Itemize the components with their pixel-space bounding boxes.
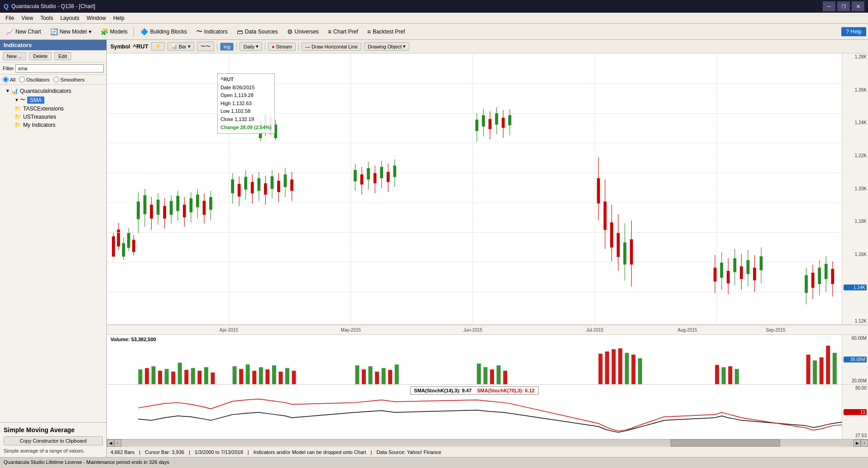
status-sep-2: | <box>189 449 190 455</box>
menu-layouts[interactable]: Layouts <box>57 14 83 22</box>
new-chart-button[interactable]: 📈 New Chart <box>2 26 45 37</box>
models-button[interactable]: 🧩 Models <box>96 26 132 37</box>
restore-button[interactable]: ❐ <box>837 1 850 11</box>
scroll-track[interactable] <box>121 439 854 447</box>
menu-help[interactable]: Help <box>110 14 128 22</box>
drawing-object-button[interactable]: Drawing Object ▾ <box>364 42 409 51</box>
svg-rect-106 <box>727 271 730 284</box>
svg-rect-36 <box>189 198 192 212</box>
scroll-right2-button[interactable]: › <box>861 439 868 447</box>
svg-rect-26 <box>157 200 160 215</box>
svg-rect-28 <box>163 206 166 219</box>
wave-btn[interactable]: 〜〜 <box>197 42 214 51</box>
scroll-thumb[interactable] <box>671 439 781 447</box>
delete-indicator-button[interactable]: Delete <box>29 52 52 60</box>
chart-pref-button[interactable]: ≡ Chart Pref <box>324 26 362 37</box>
vol-y-1: 60.00M <box>844 336 867 341</box>
volume-canvas: Volume: 53,382,500 <box>107 335 842 384</box>
tree-group-root: ▼ 📊 QuantaculaIndicators ▼ 〜 SMA 📁 TASCE… <box>0 87 106 129</box>
ohlc-symbol: ^RUT <box>221 76 272 84</box>
scroll-left2-button[interactable]: ‹ <box>114 439 121 447</box>
svg-rect-132 <box>171 372 175 384</box>
radio-oscillators[interactable]: Oscillators <box>19 77 49 82</box>
svg-rect-152 <box>375 372 379 384</box>
stoch-y-axis: 80.00 11 27.53 <box>842 385 868 439</box>
svg-rect-169 <box>722 367 726 384</box>
close-button[interactable]: ✕ <box>852 1 864 11</box>
chart-pref-icon: ≡ <box>328 28 331 35</box>
stream-button[interactable]: ● Stream <box>268 43 296 51</box>
svg-rect-84 <box>495 113 498 125</box>
backtest-pref-button[interactable]: ≡ Backtest Pref <box>363 26 409 37</box>
filter-input[interactable] <box>15 64 104 72</box>
new-model-icon: 🔄 <box>50 28 58 35</box>
daily-dropdown-icon: ▾ <box>256 43 259 49</box>
svg-rect-140 <box>239 369 243 384</box>
tree-item-my-indicators[interactable]: 📁 My Indicators <box>13 121 106 129</box>
minimize-button[interactable]: ─ <box>823 1 835 11</box>
volume-chart[interactable]: Volume: 53,382,500 <box>107 335 868 385</box>
radio-smoothers[interactable]: Smoothers <box>53 77 85 82</box>
universes-button[interactable]: ⚙ Universes <box>283 26 323 37</box>
svg-rect-161 <box>599 354 603 384</box>
svg-rect-163 <box>612 349 616 384</box>
daily-button[interactable]: Daily ▾ <box>240 42 262 51</box>
chart-sep-4 <box>298 43 299 51</box>
bars-count: 4,662 Bars <box>110 449 134 455</box>
svg-rect-42 <box>209 197 212 210</box>
svg-rect-94 <box>610 222 613 248</box>
log-button[interactable]: log <box>220 43 234 51</box>
svg-rect-86 <box>502 118 505 128</box>
menu-tools[interactable]: Tools <box>37 14 57 22</box>
building-blocks-button[interactable]: 🔷 Building Blocks <box>136 26 191 37</box>
indicator-detail-panel: Simple Moving Average Copy Constructor t… <box>0 422 106 457</box>
copy-constructor-button[interactable]: Copy Constructor to Clipboard <box>4 436 103 445</box>
svg-rect-159 <box>497 365 501 384</box>
new-chart-icon: 📈 <box>6 28 14 35</box>
x-label-jun: Jun-2015 <box>463 328 482 333</box>
tree-item-tasc[interactable]: 📁 TASCExtensions <box>13 105 106 113</box>
scroll-right-buttons: ▶ › <box>854 439 868 447</box>
stochastic-chart[interactable]: SMA(StochK(14),3): 9.47 SMA(StochK(70),3… <box>107 385 868 439</box>
draw-horizontal-button[interactable]: — Draw Horizontal Line <box>302 43 361 51</box>
tree-item-sma[interactable]: ▼ 〜 SMA <box>13 95 106 105</box>
edit-indicator-button[interactable]: Edit <box>54 52 71 60</box>
svg-rect-135 <box>191 368 195 384</box>
menu-window[interactable]: Window <box>83 14 110 22</box>
lightning-button[interactable]: ⚡ <box>151 42 165 51</box>
stoch-y-3: 27.53 <box>844 433 867 438</box>
sma-title: Simple Moving Average <box>4 426 103 434</box>
new-model-button[interactable]: 🔄 New Model ▾ <box>46 26 96 37</box>
indicators-button[interactable]: 〜 Indicators <box>192 26 232 38</box>
svg-rect-88 <box>508 115 511 125</box>
tree-item-us-treasuries[interactable]: 📁 USTreasuries <box>13 113 106 121</box>
sma-label[interactable]: SMA <box>27 96 44 104</box>
app-title: Quantacula Studio - Q138 - [Chart] <box>11 3 95 10</box>
menu-file[interactable]: File <box>2 14 18 22</box>
svg-rect-127 <box>138 369 142 384</box>
data-sources-button[interactable]: 🗃 Data Sources <box>233 26 282 37</box>
new-indicator-button[interactable]: New ... <box>3 52 26 60</box>
svg-rect-155 <box>395 365 399 385</box>
indicators-toolbar: New ... Delete Edit <box>0 50 106 63</box>
cursor-bar: Cursor Bar: 3,936 <box>145 449 184 455</box>
svg-rect-133 <box>178 363 182 384</box>
ohlc-high: High 1,132.63 <box>221 100 272 108</box>
bar-type-button[interactable]: 📊 Bar ▾ <box>168 42 194 51</box>
lightning-icon: ⚡ <box>155 43 161 49</box>
svg-rect-158 <box>490 369 494 384</box>
svg-rect-144 <box>265 369 269 384</box>
scroll-right-button[interactable]: ▶ <box>854 439 861 447</box>
tree-root-item[interactable]: ▼ 📊 QuantaculaIndicators <box>4 87 106 95</box>
ohlc-box: ^RUT Date 8/26/2015 Open 1,119.28 High 1… <box>217 73 275 134</box>
radio-all[interactable]: All <box>3 77 15 82</box>
svg-rect-104 <box>720 263 723 278</box>
svg-rect-173 <box>813 361 817 384</box>
footer-text: Quantacula Studio Lifetime License - Mai… <box>4 459 169 465</box>
help-button[interactable]: ? Help <box>841 27 866 36</box>
svg-rect-66 <box>360 174 364 184</box>
symbol-label: Symbol <box>110 43 130 50</box>
stoch-tooltip-1: SMA(StochK(14),3): 9.47 <box>414 388 471 393</box>
menu-view[interactable]: View <box>18 14 37 22</box>
scroll-left-button[interactable]: ◀ <box>107 439 114 447</box>
